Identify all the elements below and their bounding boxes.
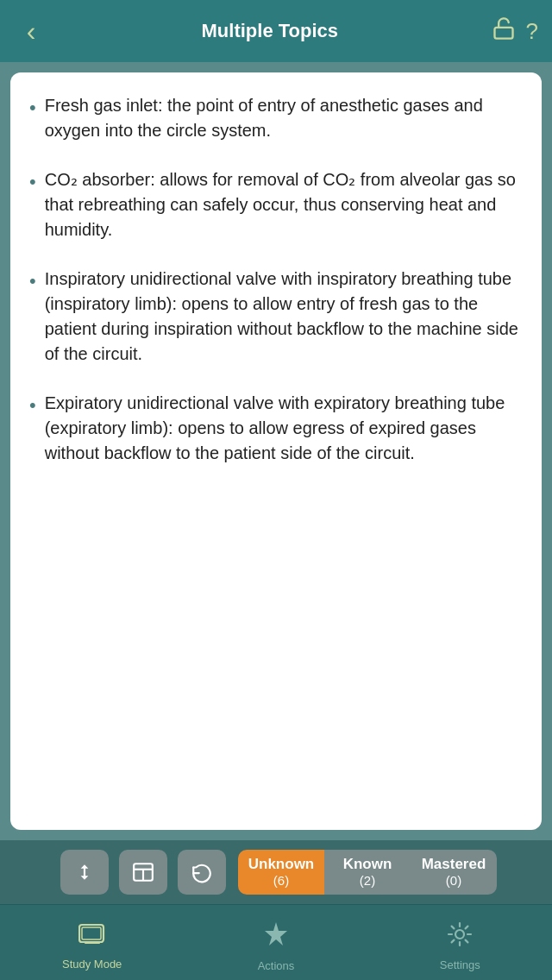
reorder-button[interactable] — [60, 850, 109, 895]
content-card: • Fresh gas inlet: the point of entry of… — [10, 72, 542, 830]
bullet-text-2: CO₂ absorber: allows for removal of CO₂ … — [45, 167, 523, 242]
header: ‹ Multiple Topics ? — [0, 0, 552, 62]
nav-item-actions[interactable]: Actions — [184, 914, 367, 972]
bullet-item-3: • Inspiratory unidirectional valve with … — [29, 267, 523, 367]
lock-icon[interactable] — [492, 16, 516, 47]
actions-label: Actions — [258, 959, 295, 972]
unknown-count: (6) — [273, 873, 289, 889]
known-label: Known — [343, 856, 392, 873]
actions-icon — [265, 920, 287, 954]
bullet-item-1: • Fresh gas inlet: the point of entry of… — [29, 93, 523, 143]
known-count: (2) — [360, 873, 375, 889]
svg-point-8 — [455, 930, 464, 939]
mastered-label: Mastered — [422, 856, 486, 873]
back-button[interactable]: ‹ — [14, 16, 48, 47]
bullet-dot-2: • — [29, 169, 36, 196]
study-mode-label: Study Mode — [62, 958, 122, 971]
study-mode-icon — [78, 922, 106, 952]
svg-marker-7 — [265, 922, 287, 945]
nav-item-study-mode[interactable]: Study Mode — [0, 915, 184, 971]
bullet-text-4: Expiratory unidirectional valve with exp… — [45, 391, 523, 466]
card-controls: Unknown (6) Known (2) Mastered (0) — [0, 840, 552, 904]
unknown-button[interactable]: Unknown (6) — [238, 850, 324, 895]
header-title: Multiple Topics — [48, 20, 492, 42]
help-icon[interactable]: ? — [526, 18, 538, 45]
unknown-label: Unknown — [248, 856, 315, 873]
bullet-dot-1: • — [29, 95, 36, 122]
bottom-nav: Study Mode Actions Settings — [0, 904, 552, 980]
undo-button[interactable] — [178, 850, 226, 895]
content-area: • Fresh gas inlet: the point of entry of… — [0, 62, 552, 840]
bullet-dot-3: • — [29, 268, 36, 295]
mastered-count: (0) — [446, 873, 461, 889]
bullet-text-3: Inspiratory unidirectional valve with in… — [45, 267, 523, 367]
known-button[interactable]: Known (2) — [324, 850, 411, 895]
bullet-item-2: • CO₂ absorber: allows for removal of CO… — [29, 167, 523, 242]
nav-item-settings[interactable]: Settings — [368, 914, 552, 971]
view-toggle-button[interactable] — [119, 850, 167, 895]
bullet-item-4: • Expiratory unidirectional valve with e… — [29, 391, 523, 466]
header-icons: ? — [492, 16, 538, 47]
settings-icon — [447, 921, 473, 953]
status-buttons: Unknown (6) Known (2) Mastered (0) — [238, 850, 497, 895]
mastered-button[interactable]: Mastered (0) — [411, 850, 497, 895]
svg-rect-5 — [82, 927, 101, 939]
bullet-text-1: Fresh gas inlet: the point of entry of a… — [45, 93, 523, 143]
bullet-dot-4: • — [29, 393, 36, 419]
svg-rect-0 — [494, 27, 512, 38]
settings-label: Settings — [440, 958, 480, 971]
